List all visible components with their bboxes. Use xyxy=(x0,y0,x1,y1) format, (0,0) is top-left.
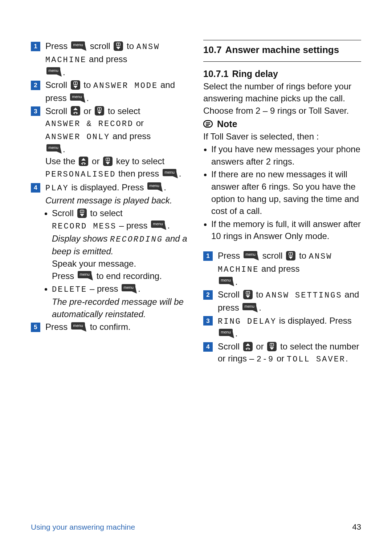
scroll-down-icon xyxy=(95,106,104,116)
step-text: Press menu scroll to ANSW MACHINE and pr… xyxy=(45,40,189,78)
step-number-badge: 2 xyxy=(203,290,213,300)
svg-text:menu: menu xyxy=(153,222,163,226)
instruction-step: 1 Press menu scroll to ANSW MACHINE and … xyxy=(31,40,189,78)
instruction-step: 4 Scroll or to select the number or ring… xyxy=(203,340,361,365)
step-number-badge: 1 xyxy=(203,251,213,261)
step-text: Scroll to ANSW SETTINGS and press menu. xyxy=(218,288,361,314)
step-text: Scroll or to select the number or rings … xyxy=(218,340,361,365)
scroll-down-icon xyxy=(71,80,80,90)
scroll-down-icon xyxy=(114,41,123,51)
svg-text:menu: menu xyxy=(149,183,159,188)
instruction-step: 1 Press menu scroll to ANSW MACHINE and … xyxy=(203,250,361,288)
scroll-down-icon xyxy=(103,157,113,166)
menu-button-icon: menu xyxy=(244,251,259,260)
menu-button-icon: menu xyxy=(71,41,86,51)
svg-text:menu: menu xyxy=(73,323,83,328)
section-divider xyxy=(203,40,361,40)
scroll-up-icon xyxy=(71,106,80,116)
menu-button-icon: menu xyxy=(71,322,86,332)
instruction-step: 3 Scroll or to select ANSWER & RECORD or… xyxy=(31,105,189,181)
svg-text:menu: menu xyxy=(48,68,58,73)
sub-bullets: Scroll to select RECORD MESS – press men… xyxy=(31,207,189,320)
note-intro: If Toll Saver is selected, then : xyxy=(203,130,361,143)
scroll-up-icon xyxy=(243,342,253,351)
step-text: Scroll or to select ANSWER & RECORD or A… xyxy=(45,105,189,181)
svg-point-27 xyxy=(84,164,85,165)
svg-text:menu: menu xyxy=(221,278,231,282)
menu-button-icon: menu xyxy=(46,144,62,154)
step-text: RING DELAY is displayed. Press menu. xyxy=(218,315,361,340)
menu-button-icon: menu xyxy=(219,329,234,338)
page-footer: Using your answering machine 43 xyxy=(31,522,361,533)
svg-point-71 xyxy=(248,349,249,350)
step-number-badge: 4 xyxy=(203,342,213,352)
step-number-badge: 3 xyxy=(31,106,40,116)
svg-point-17 xyxy=(76,113,77,114)
svg-point-70 xyxy=(246,349,247,350)
step-number-badge: 4 xyxy=(31,183,40,193)
menu-button-icon: menu xyxy=(70,93,85,103)
menu-button-icon: menu xyxy=(151,221,166,230)
menu-button-icon: menu xyxy=(242,303,258,312)
right-column: 10.7 Answer machine settings 10.7.1 Ring… xyxy=(203,40,361,366)
list-item: DELETE – press menu. The pre-recorded me… xyxy=(52,283,189,320)
svg-text:menu: menu xyxy=(245,304,255,308)
svg-text:menu: menu xyxy=(72,94,82,99)
step-number-badge: 1 xyxy=(31,42,40,51)
svg-text:menu: menu xyxy=(164,170,175,174)
menu-button-icon: menu xyxy=(78,271,93,280)
svg-text:menu: menu xyxy=(124,285,134,290)
footer-section-title: Using your answering machine xyxy=(31,522,135,533)
instruction-step: 4 PLAY is displayed. Press menu. Current… xyxy=(31,181,189,206)
list-item: If you have new messages your phone answ… xyxy=(211,143,361,167)
svg-text:menu: menu xyxy=(48,145,58,150)
svg-point-26 xyxy=(82,164,83,165)
step-number-badge: 5 xyxy=(31,323,40,332)
instruction-step: 2 Scroll to ANSWER MODE and press menu. xyxy=(31,79,189,104)
svg-rect-14 xyxy=(71,106,80,116)
step-text: Press menu to confirm. xyxy=(45,321,189,333)
svg-text:menu: menu xyxy=(79,272,90,276)
step-text: Scroll to ANSWER MODE and press menu. xyxy=(45,79,189,104)
list-item: If the memory is full, it will answer af… xyxy=(211,218,361,242)
scroll-down-icon xyxy=(243,290,253,299)
svg-rect-24 xyxy=(79,157,88,166)
step-number-badge: 3 xyxy=(203,316,213,325)
subsection-heading: 10.7.1 Ring delay xyxy=(203,68,361,80)
svg-text:menu: menu xyxy=(73,43,83,47)
svg-point-16 xyxy=(74,113,75,114)
scroll-down-icon xyxy=(77,209,87,218)
svg-rect-68 xyxy=(243,342,253,351)
instruction-step: 5 Press menu to confirm. xyxy=(31,321,189,333)
list-item: If there are no new messages it will ans… xyxy=(211,168,361,217)
page-number: 43 xyxy=(352,522,361,533)
scroll-up-icon xyxy=(79,157,88,166)
instruction-step: 3 RING DELAY is displayed. Press menu. xyxy=(203,315,361,340)
note-heading: Note xyxy=(203,118,361,130)
paragraph: Select the number of rings before your a… xyxy=(203,80,361,117)
step-text: PLAY is displayed. Press menu. Current m… xyxy=(45,181,189,206)
menu-button-icon: menu xyxy=(46,67,62,77)
step-text: Press menu scroll to ANSW MACHINE and pr… xyxy=(218,250,361,288)
menu-button-icon: menu xyxy=(147,182,163,192)
step-number-badge: 2 xyxy=(31,81,40,90)
list-item: Scroll to select RECORD MESS – press men… xyxy=(52,207,189,282)
scroll-down-icon xyxy=(286,251,295,260)
note-bullets: If you have new messages your phone answ… xyxy=(203,143,361,242)
scroll-down-icon xyxy=(267,342,277,351)
note-icon xyxy=(203,120,213,128)
section-divider xyxy=(203,61,361,62)
section-heading: 10.7 Answer machine settings xyxy=(203,44,361,56)
svg-text:menu: menu xyxy=(245,252,256,256)
instruction-step: 2 Scroll to ANSW SETTINGS and press menu… xyxy=(203,288,361,314)
menu-button-icon: menu xyxy=(122,284,137,294)
left-column: 1 Press menu scroll to ANSW MACHINE and … xyxy=(31,40,189,366)
menu-button-icon: menu xyxy=(219,277,234,286)
menu-button-icon: menu xyxy=(163,169,178,178)
svg-text:menu: menu xyxy=(221,330,231,334)
